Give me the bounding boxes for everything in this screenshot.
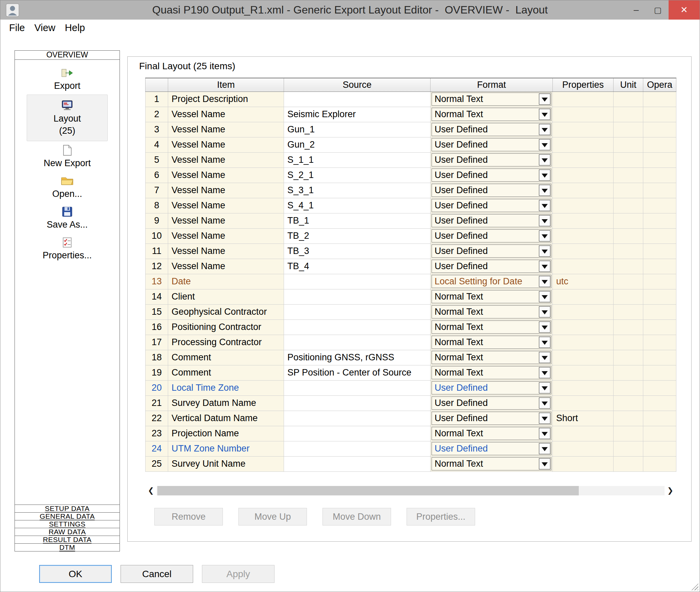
- cell-item[interactable]: Vessel Name: [168, 168, 284, 183]
- cell-row-number[interactable]: 24: [146, 441, 168, 456]
- chevron-down-icon[interactable]: [539, 367, 550, 378]
- cell-operation[interactable]: [643, 92, 676, 107]
- cell-properties[interactable]: [553, 441, 614, 456]
- cell-unit[interactable]: [614, 228, 643, 243]
- cancel-button[interactable]: Cancel: [121, 565, 193, 583]
- cell-unit[interactable]: [614, 107, 643, 122]
- format-combobox[interactable]: User Defined: [432, 138, 551, 151]
- minimize-button[interactable]: –: [625, 0, 647, 20]
- cell-row-number[interactable]: 17: [146, 335, 168, 350]
- cell-row-number[interactable]: 2: [146, 107, 168, 122]
- cell-row-number[interactable]: 13: [146, 274, 168, 289]
- cell-properties[interactable]: [553, 152, 614, 168]
- cell-item[interactable]: UTM Zone Number: [168, 441, 284, 456]
- cell-row-number[interactable]: 14: [146, 289, 168, 304]
- format-combobox[interactable]: User Defined: [432, 381, 551, 394]
- cell-item[interactable]: Vessel Name: [168, 228, 284, 243]
- chevron-down-icon[interactable]: [539, 337, 550, 348]
- cell-properties[interactable]: [553, 426, 614, 441]
- cell-source[interactable]: TB_3: [284, 243, 431, 259]
- cell-row-number[interactable]: 12: [146, 259, 168, 274]
- cell-source[interactable]: TB_4: [284, 259, 431, 274]
- cell-operation[interactable]: [643, 274, 676, 289]
- format-combobox[interactable]: Normal Text: [432, 108, 551, 121]
- cell-source[interactable]: [284, 456, 431, 471]
- chevron-down-icon[interactable]: [539, 397, 550, 409]
- resize-grip[interactable]: [690, 582, 698, 590]
- cell-item[interactable]: Vessel Name: [168, 259, 284, 274]
- cell-properties[interactable]: [553, 289, 614, 304]
- format-combobox[interactable]: User Defined: [432, 153, 551, 166]
- move-up-button[interactable]: Move Up: [238, 508, 307, 525]
- cell-row-number[interactable]: 5: [146, 152, 168, 168]
- cell-source[interactable]: [284, 335, 431, 350]
- cell-unit[interactable]: [614, 335, 643, 350]
- sidebar-section-dtm[interactable]: DTM: [15, 543, 120, 551]
- cell-operation[interactable]: [643, 198, 676, 213]
- cell-operation[interactable]: [643, 289, 676, 304]
- cell-unit[interactable]: [614, 365, 643, 380]
- cell-item[interactable]: Date: [168, 274, 284, 289]
- format-combobox[interactable]: User Defined: [432, 214, 551, 227]
- cell-operation[interactable]: [643, 441, 676, 456]
- move-down-button[interactable]: Move Down: [322, 508, 391, 525]
- cell-operation[interactable]: [643, 365, 676, 380]
- cell-row-number[interactable]: 25: [146, 456, 168, 471]
- cell-source[interactable]: [284, 426, 431, 441]
- cell-row-number[interactable]: 10: [146, 228, 168, 243]
- sidebar-section-overview[interactable]: OVERVIEW: [15, 51, 120, 60]
- cell-properties[interactable]: [553, 365, 614, 380]
- cell-properties[interactable]: [553, 456, 614, 471]
- cell-properties[interactable]: utc: [553, 274, 614, 289]
- cell-operation[interactable]: [643, 335, 676, 350]
- cell-item[interactable]: Local Time Zone: [168, 380, 284, 395]
- chevron-down-icon[interactable]: [539, 413, 550, 424]
- cell-unit[interactable]: [614, 426, 643, 441]
- sidebar-item-layout[interactable]: Layout(25): [27, 95, 108, 141]
- cell-item[interactable]: Vertical Datum Name: [168, 411, 284, 426]
- scroll-right-icon[interactable]: ❯: [665, 485, 676, 496]
- cell-unit[interactable]: [614, 183, 643, 198]
- cell-properties[interactable]: [553, 198, 614, 213]
- chevron-down-icon[interactable]: [539, 215, 550, 226]
- cell-source[interactable]: Positioning GNSS, rGNSS: [284, 350, 431, 365]
- cell-source[interactable]: Seismic Explorer: [284, 107, 431, 122]
- cell-item[interactable]: Vessel Name: [168, 243, 284, 259]
- menu-file[interactable]: File: [8, 22, 26, 34]
- cell-item[interactable]: Positioning Contractor: [168, 319, 284, 335]
- sidebar-item-new-export[interactable]: New Export: [27, 141, 108, 172]
- cell-source[interactable]: S_4_1: [284, 198, 431, 213]
- cell-properties[interactable]: [553, 259, 614, 274]
- cell-row-number[interactable]: 11: [146, 243, 168, 259]
- format-combobox[interactable]: Normal Text: [432, 290, 551, 303]
- close-button[interactable]: ✕: [669, 0, 700, 20]
- chevron-down-icon[interactable]: [539, 428, 550, 439]
- cell-source[interactable]: [284, 411, 431, 426]
- cell-properties[interactable]: [553, 137, 614, 152]
- cell-unit[interactable]: [614, 395, 643, 411]
- cell-properties[interactable]: [553, 168, 614, 183]
- cell-properties[interactable]: [553, 395, 614, 411]
- cell-item[interactable]: Geophysical Contractor: [168, 304, 284, 319]
- cell-item[interactable]: Vessel Name: [168, 137, 284, 152]
- cell-source[interactable]: TB_1: [284, 213, 431, 228]
- sidebar-item-export[interactable]: Export: [27, 64, 108, 95]
- chevron-down-icon[interactable]: [539, 124, 550, 135]
- cell-operation[interactable]: [643, 107, 676, 122]
- cell-operation[interactable]: [643, 319, 676, 335]
- cell-row-number[interactable]: 21: [146, 395, 168, 411]
- cell-operation[interactable]: [643, 213, 676, 228]
- cell-row-number[interactable]: 16: [146, 319, 168, 335]
- cell-operation[interactable]: [643, 259, 676, 274]
- format-combobox[interactable]: Normal Text: [432, 336, 551, 349]
- cell-source[interactable]: TB_2: [284, 228, 431, 243]
- cell-source[interactable]: S_1_1: [284, 152, 431, 168]
- cell-item[interactable]: Vessel Name: [168, 152, 284, 168]
- cell-properties[interactable]: Short: [553, 411, 614, 426]
- cell-row-number[interactable]: 19: [146, 365, 168, 380]
- sidebar-section-raw-data[interactable]: RAW DATA: [15, 528, 120, 536]
- cell-item[interactable]: Projection Name: [168, 426, 284, 441]
- chevron-down-icon[interactable]: [539, 246, 550, 257]
- cell-properties[interactable]: [553, 335, 614, 350]
- cell-properties[interactable]: [553, 350, 614, 365]
